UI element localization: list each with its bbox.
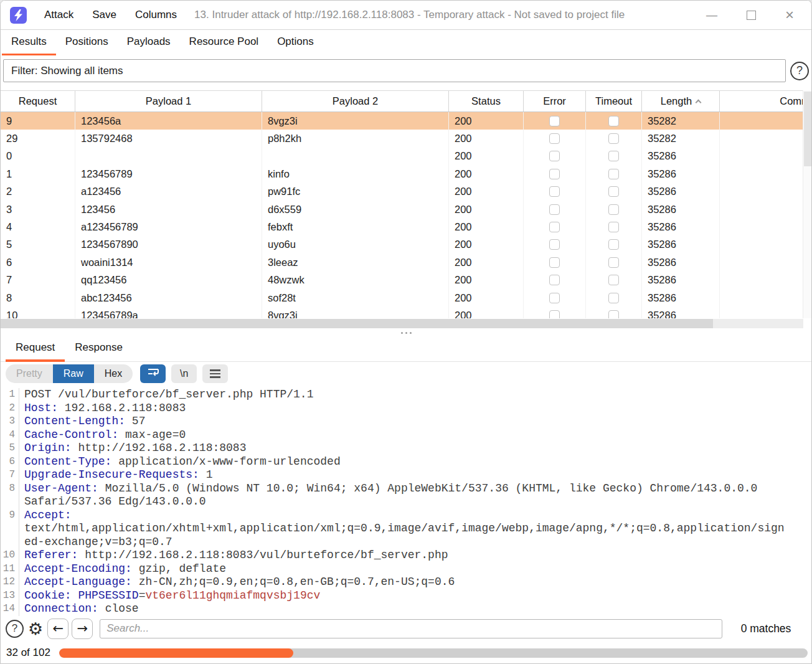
maximize-icon[interactable]: [747, 11, 756, 20]
timeout-checkbox[interactable]: [608, 275, 619, 285]
table-row[interactable]: 3123456d6x55920035286: [1, 201, 803, 218]
error-checkbox[interactable]: [549, 151, 560, 161]
cell-request: 2: [1, 183, 75, 201]
table-row[interactable]: 020035286: [1, 148, 803, 165]
cell-payload1: [75, 148, 262, 165]
menu-columns[interactable]: Columns: [135, 9, 177, 21]
cell-error: [524, 272, 586, 289]
cell-payload1: qq123456: [75, 272, 262, 289]
vertical-scrollbar[interactable]: [803, 90, 812, 318]
error-checkbox[interactable]: [549, 275, 560, 285]
timeout-checkbox[interactable]: [608, 169, 619, 179]
timeout-checkbox[interactable]: [608, 310, 619, 318]
line-number: 6: [1, 455, 19, 469]
table-row[interactable]: 2a123456pw91fc20035286: [1, 183, 803, 201]
gear-icon[interactable]: ⚙: [28, 620, 43, 637]
menu-attack[interactable]: Attack: [44, 9, 73, 21]
line-number: 8: [1, 482, 19, 509]
help-icon[interactable]: ?: [790, 62, 809, 80]
error-checkbox[interactable]: [549, 116, 560, 126]
search-input[interactable]: [100, 619, 722, 638]
cell-status: 200: [449, 236, 524, 254]
pretty-button: Pretty: [6, 364, 53, 383]
cell-error: [524, 289, 586, 306]
error-checkbox[interactable]: [549, 169, 560, 179]
table-row[interactable]: 1123456789kinfo20035286: [1, 165, 803, 183]
request-editor[interactable]: 1POST /vul/burteforce/bf_server.php HTTP…: [1, 386, 811, 616]
table-row[interactable]: 8abc123456sof28t20035286: [1, 289, 803, 306]
column-header-comment[interactable]: Comment: [720, 91, 803, 111]
cell-timeout: [586, 148, 642, 165]
timeout-checkbox[interactable]: [608, 186, 619, 197]
raw-button[interactable]: Raw: [53, 364, 94, 383]
error-checkbox[interactable]: [549, 310, 560, 318]
show-newlines-button[interactable]: \n: [171, 364, 197, 383]
table-row[interactable]: 9123456a8vgz3i20035282: [1, 112, 803, 130]
column-header-payload-1[interactable]: Payload 1: [75, 91, 262, 111]
cell-timeout: [586, 165, 642, 183]
column-header-status[interactable]: Status: [449, 91, 524, 111]
tab-positions[interactable]: Positions: [56, 30, 118, 55]
request-line: 12Accept-Language: zh-CN,zh;q=0.9,en;q=0…: [1, 576, 811, 589]
error-checkbox[interactable]: [549, 186, 560, 197]
cell-length: 35282: [642, 130, 720, 147]
line-number: 13: [1, 589, 19, 603]
line-content: Accept-Encoding: gzip, deflate: [19, 562, 787, 576]
line-content: Cache-Control: max-age=0: [19, 429, 787, 442]
column-header-timeout[interactable]: Timeout: [586, 91, 642, 111]
tab-response[interactable]: Response: [65, 336, 133, 362]
column-header-payload-2[interactable]: Payload 2: [262, 91, 449, 111]
vertical-scrollbar-thumb[interactable]: [804, 92, 812, 166]
timeout-checkbox[interactable]: [608, 133, 619, 144]
timeout-checkbox[interactable]: [608, 293, 619, 303]
cell-payload1: woaini1314: [75, 254, 262, 271]
timeout-checkbox[interactable]: [608, 222, 619, 232]
timeout-checkbox[interactable]: [608, 116, 619, 126]
splitter-handle[interactable]: [1, 330, 811, 336]
timeout-checkbox[interactable]: [608, 204, 619, 215]
menu-save[interactable]: Save: [92, 9, 116, 21]
table-row[interactable]: 6woaini13143leeaz20035286: [1, 254, 803, 271]
splitter-dot: [405, 332, 407, 334]
table-row[interactable]: 51234567890uyo6u20035286: [1, 236, 803, 254]
column-header-request[interactable]: Request: [1, 91, 75, 111]
table-row[interactable]: 4a123456789febxft20035286: [1, 218, 803, 235]
menu-bar: Attack Save Columns: [44, 9, 177, 21]
previous-match-button[interactable]: ←: [47, 619, 68, 639]
help-icon[interactable]: ?: [6, 620, 24, 638]
error-checkbox[interactable]: [549, 239, 560, 250]
cell-status: 200: [449, 306, 524, 318]
cell-length: 35286: [642, 272, 720, 289]
table-row[interactable]: 7qq12345648wzwk20035286: [1, 272, 803, 289]
editor-menu-button[interactable]: [202, 364, 228, 383]
error-checkbox[interactable]: [549, 293, 560, 303]
tab-payloads[interactable]: Payloads: [118, 30, 180, 55]
tab-options[interactable]: Options: [268, 30, 323, 55]
minimize-icon[interactable]: —: [706, 9, 717, 21]
error-checkbox[interactable]: [549, 204, 560, 215]
tab-results[interactable]: Results: [2, 30, 56, 55]
hex-button[interactable]: Hex: [94, 364, 133, 383]
error-checkbox[interactable]: [549, 257, 560, 268]
timeout-checkbox[interactable]: [608, 257, 619, 268]
timeout-checkbox[interactable]: [608, 239, 619, 250]
table-row[interactable]: 10123456789a8vgz3i20035286: [1, 306, 803, 318]
line-number: 3: [1, 415, 19, 429]
table-row[interactable]: 29135792468p8h2kh20035282: [1, 130, 803, 147]
tab-request[interactable]: Request: [6, 336, 65, 362]
horizontal-scrollbar[interactable]: [1, 318, 811, 330]
cell-payload2: pw91fc: [262, 183, 449, 201]
column-header-length[interactable]: Length: [642, 91, 720, 111]
error-checkbox[interactable]: [549, 133, 560, 144]
tab-resource-pool[interactable]: Resource Pool: [180, 30, 268, 55]
horizontal-scrollbar-thumb[interactable]: [1, 319, 713, 328]
error-checkbox[interactable]: [549, 222, 560, 232]
timeout-checkbox[interactable]: [608, 151, 619, 161]
wrap-lines-button[interactable]: [140, 364, 166, 383]
request-line: 5Origin: http://192.168.2.118:8083: [1, 442, 811, 455]
column-header-error[interactable]: Error: [524, 91, 586, 111]
filter-bar[interactable]: Filter: Showing all items: [3, 59, 786, 82]
arrow-left-icon: ←: [52, 621, 64, 636]
close-icon[interactable]: ×: [785, 7, 794, 22]
next-match-button[interactable]: →: [72, 619, 93, 639]
